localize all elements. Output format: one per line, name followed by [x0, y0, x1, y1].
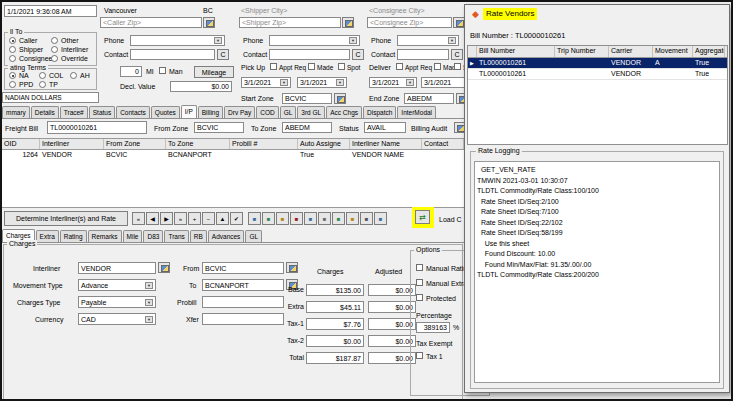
caller-contact-field[interactable] — [130, 49, 215, 60]
currency-combo-2[interactable]: CAD ▼ — [78, 313, 156, 325]
pickup-spot-checkbox[interactable] — [338, 63, 345, 70]
freight-bill-field[interactable]: TL0000010261 — [47, 121, 147, 134]
rating-radio-col[interactable] — [39, 72, 46, 79]
calendar-dropdown-icon[interactable]: ▼ — [280, 79, 288, 86]
caller-contact-c-button[interactable]: C — [217, 49, 229, 60]
delete-record-button[interactable]: − — [202, 212, 215, 225]
billto-radio-caller[interactable] — [9, 37, 16, 44]
tab-quotes[interactable]: Quotes — [151, 106, 180, 118]
base-charge-field[interactable]: $135.00 — [306, 284, 364, 296]
table-row[interactable]: TL0000010261 VENDOR True — [468, 69, 727, 80]
pickup-date1-field[interactable]: 3/1/2021 ▼ — [241, 77, 291, 88]
man-checkbox[interactable] — [159, 67, 166, 74]
tool-button-8[interactable]: ■ — [346, 212, 359, 225]
tool-button-6[interactable]: ■ — [318, 212, 331, 225]
tab-extra[interactable]: Extra — [36, 230, 59, 242]
mileage-button[interactable]: Mileage — [194, 66, 234, 78]
tab-gl[interactable]: GL — [280, 106, 297, 118]
consignee-phone-combo[interactable]: ▼ — [397, 35, 459, 46]
col-l[interactable]: L — [725, 46, 728, 57]
shipper-city-placeholder[interactable]: <Shipper City> — [241, 7, 287, 15]
chevron-down-icon[interactable]: ▼ — [448, 37, 456, 44]
tool-button-7[interactable]: ■ — [332, 212, 345, 225]
start-zone-field[interactable]: BCVIC — [282, 93, 332, 104]
chevron-down-icon[interactable]: ▼ — [145, 299, 153, 306]
tab-dispatch[interactable]: Dispatch — [363, 106, 396, 118]
percentage-field[interactable]: 389163 — [416, 322, 450, 333]
consignee-contact-c-button[interactable]: C — [451, 49, 463, 60]
consignee-contact-field[interactable] — [397, 49, 449, 60]
tool-button-10[interactable]: ■ — [374, 212, 387, 225]
tool-button-1[interactable]: ■ — [248, 212, 261, 225]
movement-type-combo[interactable]: Advance ▼ — [78, 279, 156, 291]
tool-button-2[interactable]: ■ — [262, 212, 275, 225]
charges-type-combo[interactable]: Payable ▼ — [78, 296, 156, 308]
miles-field[interactable]: 0 — [120, 66, 142, 77]
tab-intermodal[interactable]: InterModal — [397, 106, 436, 118]
shipper-zip-lookup-icon[interactable] — [342, 17, 354, 28]
tax1-charge-field[interactable]: $7.76 — [306, 318, 364, 330]
col-interliner[interactable]: Interliner — [40, 139, 104, 149]
col-autoassign[interactable]: Auto Assigne — [298, 139, 350, 149]
end-zone-field[interactable]: ABEDM — [404, 93, 454, 104]
pickup-made-checkbox[interactable] — [308, 63, 315, 70]
col-fromzone[interactable]: From Zone — [104, 139, 166, 149]
table-row[interactable]: 1264 VENDOR BCVIC BCNANPORT True VENDOR … — [2, 150, 464, 161]
tab-accchgs[interactable]: Acc Chgs — [326, 106, 362, 118]
determine-interliner-button[interactable]: Determine Interliner(s) and Rate — [4, 211, 128, 226]
nav-first-button[interactable]: « — [132, 212, 145, 225]
col-carrier[interactable]: Carrier — [609, 46, 653, 57]
col-tripnumber[interactable]: Trip Number — [555, 46, 609, 57]
billto-radio-other[interactable] — [51, 37, 58, 44]
tab-trace[interactable]: Trace# — [60, 106, 88, 118]
col-oid[interactable]: OID — [2, 139, 40, 149]
caller-phone-combo[interactable]: ▼ — [130, 35, 225, 46]
tax1-exempt-checkbox[interactable] — [416, 352, 423, 359]
deliver-apptreq-checkbox[interactable] — [396, 63, 403, 70]
tab-rating[interactable]: Rating — [60, 230, 87, 242]
tab-summary[interactable]: mmary — [2, 106, 30, 118]
post-record-button[interactable]: ✔ — [230, 212, 243, 225]
billto-radio-interliner[interactable] — [51, 46, 58, 53]
tab-remarks[interactable]: Remarks — [88, 230, 122, 242]
tax2-adjusted-field[interactable]: $0.00 — [368, 335, 416, 347]
xfer-field[interactable] — [202, 313, 284, 325]
chevron-down-icon[interactable]: ▼ — [145, 282, 153, 289]
tab-gl2[interactable]: GL — [245, 230, 262, 242]
from-lookup-icon[interactable] — [286, 262, 298, 273]
interliner-field[interactable]: VENDOR — [78, 262, 156, 274]
nav-next-button[interactable]: ▶ — [160, 212, 173, 225]
nav-prev-button[interactable]: ◀ — [146, 212, 159, 225]
col-tozone[interactable]: To Zone — [166, 139, 230, 149]
billto-radio-override[interactable] — [51, 55, 58, 62]
consignee-city-placeholder[interactable]: <Consignee City> — [369, 7, 425, 15]
pickup-date2-field[interactable]: 3/1/2021 ▼ — [297, 77, 347, 88]
tool-button-4[interactable]: ■ — [290, 212, 303, 225]
billto-radio-shipper[interactable] — [9, 46, 16, 53]
tab-status[interactable]: Status — [89, 106, 115, 118]
rating-radio-tp[interactable] — [39, 81, 46, 88]
tab-3rdgl[interactable]: 3rd GL — [297, 106, 325, 118]
col-interlinername[interactable]: Interliner Name — [350, 139, 422, 149]
extra-charge-field[interactable]: $45.11 — [306, 301, 364, 313]
interliner-lookup-icon[interactable] — [158, 262, 170, 273]
tab-rb[interactable]: RB — [190, 230, 207, 242]
col-probill[interactable]: Probill # — [230, 139, 298, 149]
shipper-contact-field[interactable] — [269, 49, 350, 60]
from-field[interactable]: BCVIC — [202, 262, 284, 274]
to-field[interactable]: BCNANPORT — [202, 279, 284, 291]
shipper-zip-field[interactable]: <Shipper Zip> — [239, 17, 341, 28]
currency-combo[interactable]: NADIAN DOLLARS — [2, 92, 99, 103]
extra-adjusted-field[interactable]: $0.00 — [368, 301, 416, 313]
rating-radio-na[interactable] — [9, 72, 16, 79]
tab-cod[interactable]: COD — [256, 106, 278, 118]
tab-drvpay[interactable]: Drv Pay — [224, 106, 255, 118]
tab-trans[interactable]: Trans — [164, 230, 188, 242]
chevron-down-icon[interactable]: ▼ — [214, 37, 222, 44]
deliver-date2-field[interactable]: 3/1/2021 — [421, 77, 469, 88]
protected-checkbox[interactable] — [416, 294, 423, 301]
tax2-charge-field[interactable]: $0.00 — [306, 335, 364, 347]
from-zone-field[interactable]: BCVIC — [194, 122, 244, 133]
rate-logging-memo[interactable]: GET_VEN_RATE TMWIN 2021-03-01 10:30:07 T… — [474, 161, 720, 383]
rating-radio-ah[interactable] — [70, 72, 77, 79]
